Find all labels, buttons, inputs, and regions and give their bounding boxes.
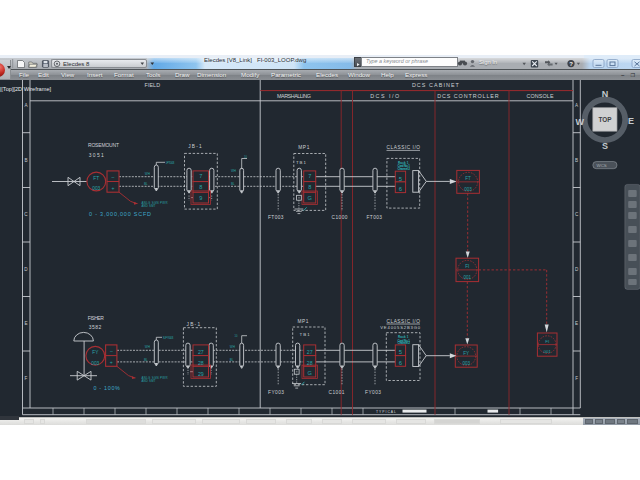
svg-text:TOP: TOP (598, 116, 612, 123)
svg-text:3051: 3051 (89, 152, 104, 158)
svg-text:FI: FI (465, 264, 469, 269)
svg-text:E: E (628, 116, 634, 126)
svg-text:AND SMT: AND SMT (142, 379, 156, 383)
svg-text:CLASSIC I/O: CLASSIC I/O (387, 145, 421, 150)
svg-text:7: 7 (308, 173, 311, 179)
svg-text:B: B (24, 158, 27, 163)
svg-text:28: 28 (307, 360, 313, 366)
svg-text:Elecdes 8: Elecdes 8 (63, 61, 90, 67)
svg-text:003: 003 (462, 361, 470, 366)
svg-text:WH: WH (145, 172, 150, 176)
svg-text:ROSEMOUNT: ROSEMOUNT (88, 142, 119, 148)
svg-text:8: 8 (308, 184, 311, 190)
svg-text:B: B (575, 158, 578, 163)
svg-text:G: G (308, 195, 312, 201)
svg-text:CONSOLE: CONSOLE (527, 93, 554, 99)
svg-text:–: – (110, 348, 113, 354)
svg-text:8: 8 (199, 184, 202, 190)
svg-text:MP1: MP1 (298, 145, 309, 150)
svg-text:9: 9 (199, 195, 202, 201)
svg-text:F: F (575, 376, 578, 381)
svg-text:+: + (110, 359, 113, 365)
svg-text:CLASSIC I/O: CLASSIC I/O (386, 319, 420, 324)
svg-text:N: N (602, 89, 609, 99)
svg-text:S-FY003: S-FY003 (163, 336, 174, 340)
svg-text:WCS: WCS (597, 163, 607, 168)
svg-text:FIELD: FIELD (145, 82, 161, 88)
svg-text:3582: 3582 (89, 324, 102, 330)
svg-text:27: 27 (198, 349, 204, 355)
svg-text:FT003: FT003 (367, 215, 383, 220)
svg-text:29: 29 (198, 371, 204, 377)
svg-text:001: 001 (463, 275, 471, 280)
svg-text:MARSHALLING: MARSHALLING (277, 93, 311, 99)
svg-text:FT003: FT003 (268, 215, 284, 220)
svg-text:BL: BL (144, 182, 148, 186)
svg-text:7: 7 (199, 173, 202, 179)
svg-text:E: E (24, 321, 27, 326)
svg-text:TB1: TB1 (296, 160, 307, 165)
svg-text:003: 003 (92, 186, 100, 191)
svg-text:C1001: C1001 (329, 390, 345, 395)
svg-text:DCS CONTROLLER: DCS CONTROLLER (437, 93, 499, 99)
svg-text:WH: WH (230, 345, 235, 349)
svg-text:0 - 100%: 0 - 100% (93, 385, 120, 391)
svg-text:FI: FI (545, 339, 549, 344)
svg-text:003: 003 (91, 361, 99, 366)
svg-text:FT: FT (465, 176, 471, 181)
svg-text:FISHER: FISHER (88, 315, 104, 321)
svg-text:FY: FY (92, 350, 99, 355)
svg-text:I-FT003: I-FT003 (166, 161, 175, 165)
svg-text:-|[Top][2D Wireframe]: -|[Top][2D Wireframe] (0, 86, 51, 92)
svg-text:G: G (308, 370, 312, 376)
svg-text:S: S (602, 141, 608, 151)
svg-text:TYPICAL: TYPICAL (376, 410, 396, 414)
svg-text:TB1: TB1 (300, 332, 311, 337)
svg-text:003: 003 (464, 187, 472, 192)
svg-text:?: ? (569, 61, 573, 67)
svg-text:0 - 3,000,000 SCFD: 0 - 3,000,000 SCFD (89, 211, 151, 217)
svg-text:+: + (112, 185, 115, 191)
svg-text:MP1: MP1 (297, 319, 308, 324)
svg-text:–: – (112, 174, 115, 180)
svg-text:F: F (25, 376, 28, 381)
svg-text:27: 27 (307, 349, 313, 355)
svg-text:WH: WH (231, 169, 236, 173)
svg-text:C1000: C1000 (332, 215, 348, 220)
svg-text:28: 28 (198, 360, 204, 366)
svg-text:001: 001 (544, 349, 552, 354)
svg-text:Channel 2: Channel 2 (398, 167, 411, 171)
svg-text:BL: BL (144, 358, 148, 362)
svg-text:VE4005S2B3G0: VE4005S2B3G0 (380, 325, 421, 330)
svg-text:DCS CABINET: DCS CABINET (412, 82, 460, 88)
svg-text:FY003: FY003 (268, 390, 284, 395)
svg-text:FY: FY (463, 351, 469, 356)
svg-text:BL: BL (231, 182, 235, 186)
svg-text:AND SMT: AND SMT (142, 204, 156, 208)
svg-text:W: W (576, 117, 585, 127)
svg-text:WH: WH (145, 345, 150, 349)
svg-text:FY003: FY003 (365, 390, 381, 395)
svg-text:BL: BL (230, 358, 234, 362)
svg-text:FT: FT (93, 176, 99, 181)
svg-text:E: E (575, 321, 578, 326)
